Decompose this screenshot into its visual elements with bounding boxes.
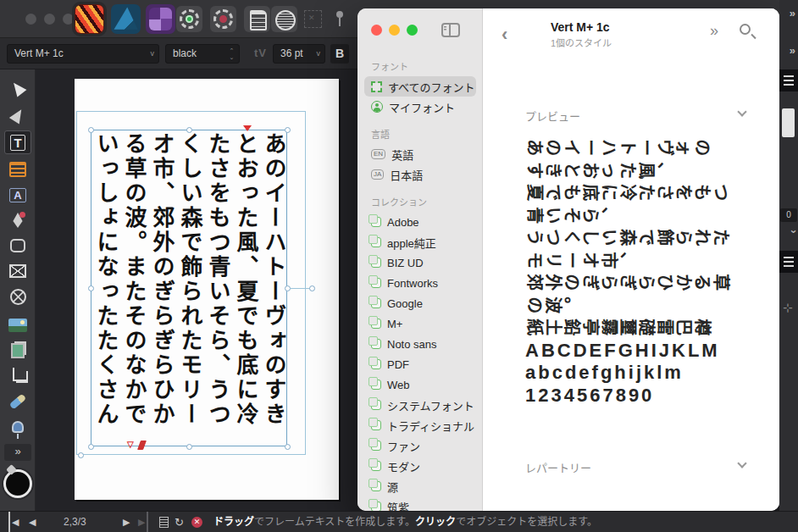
sidebar-item-英語[interactable]: EN英語 (364, 144, 476, 164)
move-tool[interactable] (4, 103, 31, 127)
sidebar-item-トラディショナル[interactable]: トラディショナル (364, 415, 476, 435)
sidebar-item-ファン[interactable]: ファン (364, 435, 476, 456)
document-canvas[interactable]: あのイーハトーヴォのすきとおった風、夏でも底に冷たさをもつ青いそら、うつくしい森… (36, 69, 357, 511)
photo-persona-icon[interactable] (146, 4, 175, 34)
sidebar-item-Noto sans[interactable]: Noto sans (364, 334, 476, 354)
sidebar-item-システムフォント[interactable]: システムフォント (364, 395, 476, 415)
handle-bottom-right[interactable] (285, 444, 291, 450)
window-close-button-inactive[interactable] (25, 14, 36, 25)
panel-value-field[interactable]: 0 (780, 208, 797, 222)
panel-chevron-down-icon[interactable]: › (787, 230, 798, 233)
vertical-text-column-2: とおった風、夏でも底に冷 (231, 132, 259, 447)
panel-expand-icon-2[interactable]: » (790, 44, 795, 57)
handle-top-right[interactable] (285, 127, 291, 133)
crop-tool[interactable] (4, 364, 31, 388)
colour-picker-tool[interactable] (4, 415, 31, 439)
sidebar-section-title: コレクション (371, 195, 483, 208)
fontbook-header: ‹ Vert M+ 1c 1個のスタイル » (483, 8, 779, 58)
panel-menu-icon-2[interactable] (779, 251, 798, 273)
sidebar-item-マイフォント[interactable]: マイフォント (364, 97, 476, 117)
first-page-button[interactable]: ◀ (8, 512, 19, 532)
sidebar-item-モダン[interactable]: モダン (364, 456, 476, 476)
next-page-button[interactable]: ▶ (123, 512, 130, 532)
panel-scrollbar-thumb[interactable] (782, 108, 795, 137)
vector-brush-tool[interactable] (4, 390, 31, 413)
overflow-triangle-icon[interactable]: ▽ (127, 440, 134, 449)
vertical-text-block[interactable]: あのイーハトーヴォのすきとおった風、夏でも底に冷たさをもつ青いそら、うつくしい森… (91, 132, 287, 447)
spread-setup-icon[interactable] (271, 6, 297, 32)
sidebar-item-BIZ UD[interactable]: BIZ UD (364, 252, 476, 273)
stepper-icon[interactable]: ⌃⌄ (228, 47, 236, 61)
handle-bottom-center[interactable] (186, 444, 192, 450)
picture-frame-tool[interactable] (4, 259, 31, 283)
pages-tool[interactable] (4, 339, 31, 363)
font-family-combo[interactable]: Vert M+ 1c v (7, 44, 159, 64)
sidebar-item-PDF[interactable]: PDF (364, 354, 476, 374)
font-family-value: Vert M+ 1c (14, 47, 64, 59)
sidebar-item-筑紫[interactable]: 筑紫 (364, 496, 476, 511)
sidebar-item-label: 筑紫 (387, 499, 409, 512)
panel-expand-icon[interactable]: » (790, 7, 795, 19)
fill-stroke-swatch[interactable] (3, 469, 32, 498)
sync-icon[interactable]: ↻ (175, 512, 184, 532)
page-indicator[interactable]: 2,3/3 (64, 512, 86, 532)
sidebar-item-label: すべてのフォント (388, 79, 475, 95)
shape-tool[interactable] (4, 234, 31, 258)
window-minimize-button-inactive[interactable] (44, 14, 55, 25)
sidebar-item-Google[interactable]: Google (364, 293, 476, 313)
rotation-handle[interactable] (309, 285, 315, 291)
preflight-error-badge[interactable]: ✕ (191, 517, 202, 528)
more-chevrons-icon[interactable]: » (710, 22, 718, 40)
font-preview: あのイーハトーヴォのすきとおった風、夏でも底に冷たさをもつ青いそら、うつくしい森… (525, 137, 779, 407)
pen-tool[interactable] (4, 208, 31, 232)
publisher-persona-icon[interactable] (75, 4, 104, 34)
sidebar-item-apple純正[interactable]: apple純正 (364, 232, 476, 252)
designer-persona-icon[interactable] (111, 4, 141, 34)
artistic-text-tool[interactable]: A (4, 183, 31, 207)
window-zoom-button-inactive[interactable] (63, 14, 74, 25)
panel-menu-icon[interactable] (779, 69, 798, 91)
sidebar-item-label: システムフォント (387, 397, 474, 413)
sidebar-item-すべてのフォント[interactable]: すべてのフォント (364, 76, 476, 97)
sidebar-item-日本語[interactable]: JA日本語 (364, 164, 476, 185)
handle-mid-left[interactable] (88, 285, 94, 291)
fontbook-main: ‹ Vert M+ 1c 1個のスタイル » プレビュー あのイーハトーヴォのす… (483, 8, 779, 511)
frame-text-tool-selected[interactable]: T (4, 130, 31, 154)
font-style-combo[interactable]: black ⌃⌄ (165, 44, 240, 64)
preflight-check-icon[interactable] (176, 6, 202, 32)
handle-bottom-left[interactable] (88, 444, 94, 450)
minimize-button[interactable] (389, 25, 400, 36)
previous-page-button[interactable]: ◀ (29, 512, 36, 532)
close-button[interactable] (371, 25, 382, 36)
handle-top-left[interactable] (88, 127, 94, 133)
font-title: Vert M+ 1c (551, 20, 610, 34)
sidebar-item-Web[interactable]: Web (364, 374, 476, 395)
sidebar-toggle-icon[interactable] (441, 23, 460, 37)
place-image-tool[interactable] (4, 313, 31, 337)
select-tool[interactable] (4, 76, 31, 100)
pin-icon[interactable] (325, 6, 352, 32)
sidebar-item-源[interactable]: 源 (364, 476, 476, 496)
handle-top-center[interactable] (186, 127, 192, 133)
panel-transform-icon[interactable]: ⊹ (783, 301, 793, 314)
sidebar-item-Fontworks[interactable]: Fontworks (364, 273, 476, 293)
sidebar-item-Adobe[interactable]: Adobe (364, 212, 476, 232)
ellipse-frame-tool[interactable] (4, 285, 31, 308)
preview-collapse-chevron-icon[interactable] (737, 107, 746, 116)
sidebar-item-M+[interactable]: M+ (364, 313, 476, 334)
preview-line-rotated-3: 夏でも底に冷たさをもつ (525, 182, 779, 205)
text-flow-indicator-icon (243, 125, 252, 131)
preflight-doc-icon[interactable] (159, 517, 169, 528)
search-icon[interactable] (740, 24, 751, 35)
repertoire-collapse-chevron-icon[interactable] (737, 458, 746, 468)
frame-corner-handle[interactable] (78, 452, 84, 458)
table-tool[interactable] (4, 158, 31, 181)
expand-tools-button[interactable]: » (4, 444, 31, 461)
preflight-warning-icon[interactable] (210, 6, 236, 32)
zoom-button[interactable] (407, 25, 418, 36)
font-size-field[interactable]: 36 pt v (273, 44, 325, 64)
back-chevron-icon[interactable]: ‹ (502, 24, 507, 46)
preview-line-rotated-1: あのイーハトーヴォの (525, 137, 779, 160)
bold-button[interactable]: B (330, 44, 349, 64)
document-setup-icon[interactable] (244, 6, 270, 32)
